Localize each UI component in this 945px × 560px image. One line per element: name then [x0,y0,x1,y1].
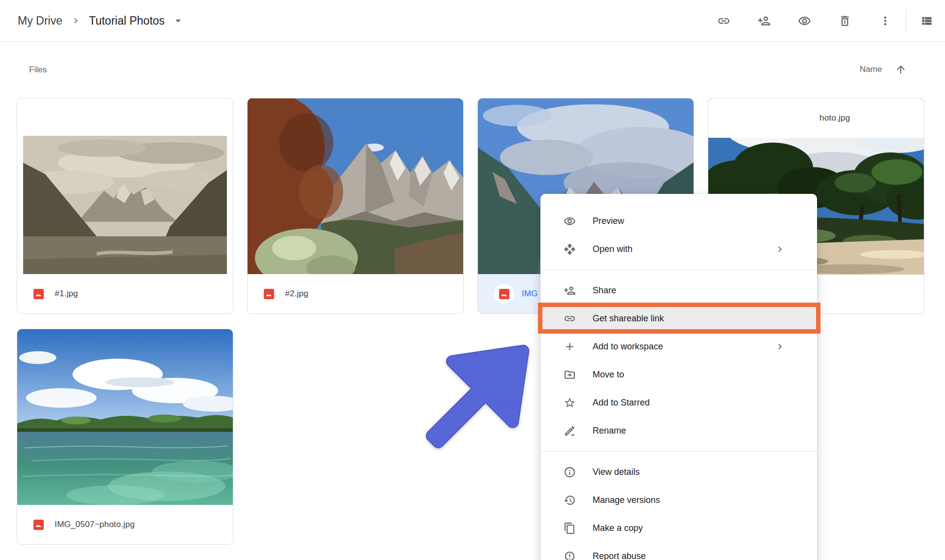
toolbar-divider [906,9,906,32]
menu-item-add-to-workspace[interactable]: Add to workspace [540,333,817,361]
menu-item-open-with[interactable]: Open with [540,235,817,263]
pencil-icon [564,425,576,437]
image-file-icon [33,520,44,530]
menu-item-preview[interactable]: Preview [540,207,817,235]
menu-separator [540,270,817,270]
selected-icon-circle [494,284,514,304]
history-icon [564,494,576,506]
menu-item-label: View details [593,467,640,477]
file-name: IMG_0507~photo.jpg [55,520,135,529]
breadcrumb-my-drive[interactable]: My Drive [18,14,63,28]
menu-item-label: Open with [593,244,632,254]
more-options-icon[interactable] [879,14,892,28]
file-card-footer: #1.jpg [17,274,233,313]
get-link-icon[interactable] [717,14,730,28]
list-view-icon[interactable] [920,14,933,28]
menu-item-view-details[interactable]: View details [540,458,817,486]
file-name: #1.jpg [55,289,78,299]
menu-item-label: Share [593,285,616,296]
file-name: #2.jpg [285,289,309,299]
file-card[interactable]: #2.jpg [247,98,464,314]
menu-item-add-to-starred[interactable]: Add to Starred [540,389,817,417]
file-name: IMG [522,289,538,299]
menu-item-move-to[interactable]: Move to [540,361,817,389]
menu-item-manage-versions[interactable]: Manage versions [540,486,817,514]
header-toolbar: My Drive Tutorial Photos [0,0,945,42]
image-file-icon [499,289,509,299]
file-card-footer: #2.jpg [248,274,463,313]
menu-item-share[interactable]: Share [540,277,817,305]
menu-item-label: Report abuse [593,551,646,560]
image-file-icon [33,289,44,299]
tutorial-pointer-arrow [421,329,542,453]
menu-item-label: Manage versions [593,495,660,505]
file-card[interactable]: IMG_0507~photo.jpg [17,329,233,545]
menu-item-label: Add to Starred [593,398,650,408]
photo-thumbnail [17,98,233,275]
menu-separator [540,451,817,452]
photo-thumbnail [17,329,233,505]
sort-control[interactable]: Name [860,63,907,75]
share-add-person-icon [564,284,576,297]
sort-by-name-label[interactable]: Name [860,64,882,74]
menu-item-label: Preview [593,216,624,226]
file-card-footer: hoto.jpg [708,98,924,138]
file-card-footer: IMG_0507~photo.jpg [17,505,233,544]
menu-item-rename[interactable]: Rename [540,417,817,445]
sort-ascending-arrow-icon[interactable] [895,63,907,75]
menu-item-label: Rename [593,426,626,436]
drive-window: My Drive Tutorial Photos [0,0,945,560]
info-icon [564,466,576,478]
file-name: hoto.jpg [819,113,850,123]
context-menu: Preview Open with Share Get shareable li… [540,194,817,560]
menu-item-label: Get shareable link [593,313,664,324]
submenu-chevron-icon [774,341,786,352]
menu-item-label: Move to [593,370,624,380]
folder-dropdown-icon[interactable] [172,14,185,27]
menu-item-make-a-copy[interactable]: Make a copy [540,514,817,542]
breadcrumb-current-folder[interactable]: Tutorial Photos [89,14,165,28]
submenu-chevron-icon [774,244,786,255]
tutorial-highlight-box [538,303,820,334]
menu-item-label: Make a copy [593,523,643,533]
report-icon [564,550,576,560]
photo-thumbnail [248,98,463,275]
menu-item-label: Add to workspace [593,342,663,352]
plus-icon [564,341,576,353]
files-section-label: Files [29,65,47,75]
file-card[interactable]: #1.jpg [17,98,233,314]
trash-icon[interactable] [838,14,851,28]
star-icon [564,397,576,409]
folder-move-icon [564,369,576,381]
preview-eye-icon [564,215,576,227]
chevron-right-icon [70,15,81,26]
add-people-icon[interactable] [757,14,771,28]
link-icon [564,312,576,325]
preview-eye-icon[interactable] [798,14,811,28]
action-toolbar [690,0,933,41]
breadcrumb: My Drive Tutorial Photos [18,0,185,41]
menu-item-report-abuse[interactable]: Report abuse [540,542,817,560]
image-file-icon [264,289,274,299]
menu-item-get-shareable-link[interactable]: Get shareable link [540,305,817,333]
open-with-icon [564,243,576,255]
copy-icon [564,522,576,534]
